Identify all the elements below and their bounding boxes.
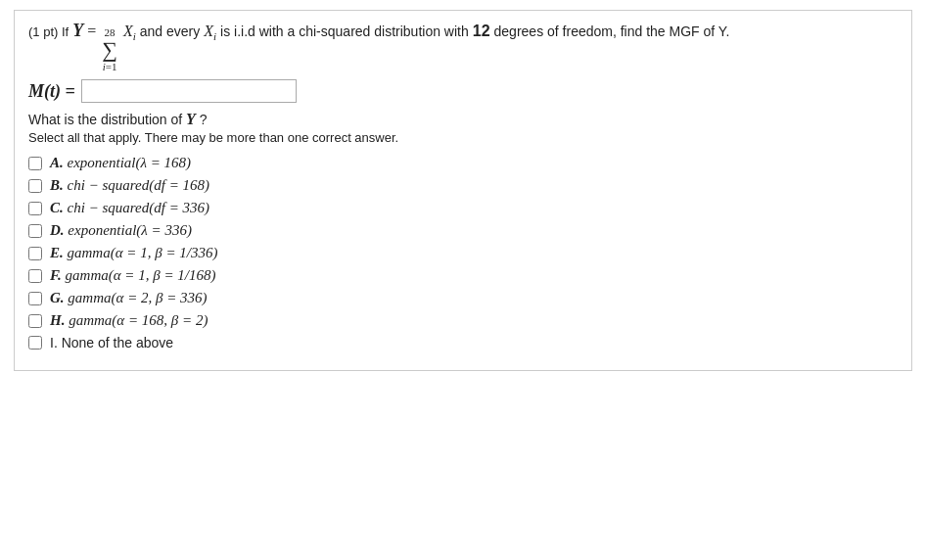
question-line: (1 pt) If Y = 28 ∑ i=1 Xi and every Xi i… [28,21,898,73]
option-label-g: G. gamma(α = 2, β = 336) [50,290,208,306]
checkbox-e[interactable] [28,247,42,260]
option-label-f: F. gamma(α = 1, β = 1/168) [50,267,216,284]
option-label-c: C. chi − squared(df = 336) [50,200,209,216]
select-note-text: Select all that apply. There may be more… [28,130,398,145]
checkbox-b[interactable] [28,179,42,193]
dist-question-text: What is the distribution of [28,112,182,127]
checkbox-i[interactable] [28,336,42,350]
xi-variable: Xi [123,23,136,42]
option-item-e: E. gamma(α = 1, β = 1/336) [28,245,898,261]
option-label-d: D. exponential(λ = 336) [50,222,192,239]
option-label-b: B. chi − squared(df = 168) [50,177,209,194]
mgf-input[interactable] [81,79,297,103]
df-value: 12 [473,23,490,40]
option-item-c: C. chi − squared(df = 336) [28,200,898,216]
option-item-d: D. exponential(λ = 336) [28,222,898,239]
dist-question-mark: ? [200,112,208,127]
checkbox-a[interactable] [28,157,42,170]
option-item-i: I. None of the above [28,335,898,350]
option-item-h: H. gamma(α = 168, β = 2) [28,312,898,329]
question-container: (1 pt) If Y = 28 ∑ i=1 Xi and every Xi i… [14,10,912,371]
option-label-e: E. gamma(α = 1, β = 1/336) [50,245,217,261]
option-item-a: A. exponential(λ = 168) [28,155,898,171]
y-variable: Y [72,21,83,41]
iid-text: is i.i.d with a chi-squared distribution… [220,23,469,39]
and-text: and every [140,23,200,39]
checkbox-h[interactable] [28,314,42,328]
option-item-g: G. gamma(α = 2, β = 336) [28,290,898,306]
mgf-label: M(t) = [28,81,75,102]
points-label: (1 pt) If [28,24,69,39]
mgf-line: M(t) = [28,79,898,103]
checkbox-g[interactable] [28,292,42,305]
distribution-question: What is the distribution of Y ? [28,111,898,128]
option-label-i: I. None of the above [50,335,173,350]
checkbox-d[interactable] [28,224,42,238]
option-label-a: A. exponential(λ = 168) [50,155,191,171]
option-item-b: B. chi − squared(df = 168) [28,177,898,194]
equals-sign: = [87,23,96,40]
checkbox-f[interactable] [28,269,42,283]
sum-bottom: i=1 [103,61,117,73]
xi-ref: Xi [204,23,216,42]
df-text: degrees of freedom, find the MGF of Y. [494,23,730,39]
option-label-h: H. gamma(α = 168, β = 2) [50,312,208,329]
option-item-f: F. gamma(α = 1, β = 1/168) [28,267,898,284]
checkbox-c[interactable] [28,202,42,215]
select-note: Select all that apply. There may be more… [28,130,898,145]
sum-sigma: ∑ [102,39,117,61]
summation-notation: 28 ∑ i=1 [102,26,117,73]
options-list: A. exponential(λ = 168) B. chi − squared… [28,155,898,350]
y-dist-var: Y [186,111,196,127]
